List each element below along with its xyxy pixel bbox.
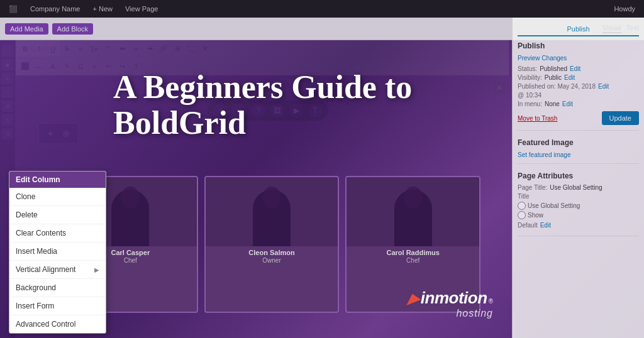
menu-item-clear-contents-label: Clear Contents xyxy=(16,229,66,237)
person-role-1: Owner xyxy=(262,257,280,266)
menu-edit-link[interactable]: Edit xyxy=(562,101,573,107)
status-edit-link[interactable]: Edit xyxy=(570,65,580,72)
add-media-button[interactable]: Add Media xyxy=(5,23,48,35)
visibility-label: Visibility: xyxy=(518,74,542,81)
set-featured-image-link[interactable]: Set featured image xyxy=(518,151,571,158)
menu-item-insert-form[interactable]: Insert Form xyxy=(9,297,106,315)
menu-item-delete[interactable]: Delete xyxy=(9,206,106,224)
person-image-2 xyxy=(347,177,479,246)
published-time-row: @ 10:34 xyxy=(518,92,639,99)
tab-publish[interactable]: Publish xyxy=(518,23,639,36)
published-row: Published on: May 24, 2018 Edit xyxy=(518,83,639,90)
default-row: Default Edit xyxy=(518,222,639,229)
person-card-1: Cleon Salmon Owner xyxy=(204,176,340,313)
menu-value: None xyxy=(545,101,560,107)
menu-item-vertical-alignment[interactable]: Vertical Alignment ▶ xyxy=(9,261,106,279)
page-attributes-section: Page Attributes Page Title: Use Global S… xyxy=(518,172,639,236)
sidebar-tabs: Publish xyxy=(518,23,639,36)
menu-item-background-label: Background xyxy=(16,283,56,292)
page-attributes-title: Page Attributes xyxy=(518,172,639,180)
page-title-value: Use Global Setting xyxy=(550,184,602,191)
published-time: @ 10:34 xyxy=(518,92,541,99)
featured-image-section: Featured Image Set featured image xyxy=(518,138,639,164)
wp-logo: ⬛ xyxy=(5,4,21,14)
inmotion-sub: hosting xyxy=(456,308,493,319)
default-label: Default xyxy=(518,222,538,229)
view-page-link[interactable]: View Page xyxy=(121,4,162,14)
visibility-row: Visibility: Public Edit xyxy=(518,74,639,81)
use-global-radio[interactable] xyxy=(518,202,526,210)
person-image-1 xyxy=(206,177,338,246)
menu-item-delete-label: Delete xyxy=(16,210,38,219)
menu-item-clone-label: Clone xyxy=(16,192,35,201)
menu-item-background[interactable]: Background xyxy=(9,279,106,297)
show-radio[interactable] xyxy=(518,211,526,219)
visibility-value: Public xyxy=(545,74,562,81)
published-edit-link[interactable]: Edit xyxy=(598,83,609,90)
right-sidebar: Publish Publish Preview Changes Status: … xyxy=(512,18,644,338)
person-role-2: Chef xyxy=(406,257,419,266)
status-value: Published xyxy=(540,65,567,72)
menu-item-insert-media[interactable]: Insert Media xyxy=(9,243,106,261)
menu-item-clear-contents[interactable]: Clear Contents xyxy=(9,224,106,243)
wp-admin-bar: ⬛ Company Name + New View Page Howdy xyxy=(0,0,644,18)
site-name: Company Name xyxy=(26,4,84,14)
edit-column-menu: Edit Column Clone Delete Clear Contents … xyxy=(9,171,106,334)
publish-section: Publish Preview Changes Status: Publishe… xyxy=(518,41,639,131)
page-title-row: Page Title: Use Global Setting xyxy=(518,184,639,191)
howdy-label: Howdy xyxy=(610,4,639,14)
inmotion-logo: ▶ inmotion ® hosting xyxy=(409,288,493,319)
person-name-0: Carl Casper xyxy=(109,246,151,257)
published-label: Published on: May 24, 2018 xyxy=(518,83,596,90)
menu-label: In menu: xyxy=(518,101,542,107)
default-edit-link[interactable]: Edit xyxy=(540,222,551,229)
status-row: Status: Published Edit xyxy=(518,65,639,72)
inmotion-registered: ® xyxy=(489,298,493,305)
inmotion-arrow-icon: ▶ xyxy=(406,291,421,307)
arrow-right-icon: ▶ xyxy=(94,266,99,273)
menu-item-insert-form-label: Insert Form xyxy=(16,302,54,310)
menu-item-vertical-alignment-label: Vertical Alignment xyxy=(16,265,75,274)
person-role-0: Chef xyxy=(124,257,137,266)
show-label: Show xyxy=(528,212,543,219)
add-block-button[interactable]: Add Block xyxy=(52,23,94,35)
title-label: Title xyxy=(518,193,639,200)
menu-item-insert-media-label: Insert Media xyxy=(16,247,57,256)
background-screenshot: ⬛ ◆ ≡ + ⚙ ✎ ☰ ⬛ Company Name + New View … xyxy=(0,0,644,338)
menu-item-advanced-control[interactable]: Advanced Control xyxy=(9,315,106,333)
publish-title: Publish xyxy=(518,41,639,50)
preview-changes-link[interactable]: Preview Changes xyxy=(518,55,567,62)
use-global-label: Use Global Setting xyxy=(528,202,580,209)
update-button[interactable]: Update xyxy=(602,111,639,125)
status-label: Status: xyxy=(518,65,537,72)
featured-image-title: Featured Image xyxy=(518,138,639,147)
menu-item-advanced-control-label: Advanced Control xyxy=(16,320,75,329)
person-name-2: Carol Raddimus xyxy=(386,246,441,257)
menu-row: In menu: None Edit xyxy=(518,101,639,107)
inmotion-brand: inmotion xyxy=(421,288,487,308)
person-name-1: Cleon Salmon xyxy=(247,246,296,257)
new-link[interactable]: + New xyxy=(89,4,116,14)
menu-item-clone[interactable]: Clone xyxy=(9,188,106,206)
move-to-trash-button[interactable]: Move to Trash xyxy=(518,115,557,122)
menu-header: Edit Column xyxy=(9,172,106,188)
page-title-label: Page Title: xyxy=(518,184,547,191)
visibility-edit-link[interactable]: Edit xyxy=(564,74,575,81)
